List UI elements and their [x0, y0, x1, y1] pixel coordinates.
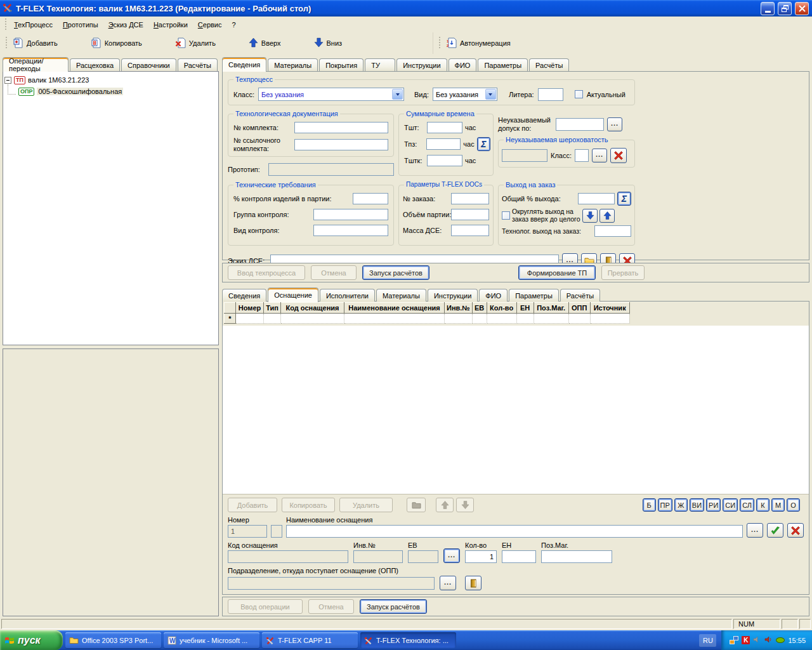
tshtk-input[interactable] [427, 155, 462, 166]
tpz-input[interactable] [426, 138, 461, 150]
op-run-calculations-button[interactable]: Запуск расчётов [360, 599, 427, 614]
set-number-input[interactable] [294, 122, 388, 133]
roughness-class-input[interactable] [575, 149, 589, 162]
col-selector[interactable] [225, 303, 236, 314]
col-naimenovanie[interactable]: Наименование оснащения [344, 303, 445, 314]
menubar-grip[interactable] [4, 18, 7, 31]
toolbar-delete-button[interactable]: Удалить [172, 36, 219, 51]
col-pozmag[interactable]: Поз.Маг. [534, 303, 568, 314]
tp-tab-svedeniya[interactable]: Сведения [222, 57, 266, 72]
chevron-down-icon[interactable] [485, 89, 496, 100]
litera-input[interactable] [538, 88, 563, 101]
output-up-button[interactable] [599, 209, 615, 223]
tp-tab-tu[interactable]: ТУ [365, 58, 395, 71]
type-b-button[interactable]: Б [643, 498, 656, 512]
collapse-icon[interactable] [4, 77, 11, 84]
tooling-name-input[interactable] [286, 525, 743, 538]
dse-mass-input[interactable] [451, 225, 489, 236]
tolerance-input[interactable] [556, 118, 604, 131]
round-output-checkbox[interactable] [502, 211, 510, 220]
toolbar-up-button[interactable]: Вверх [246, 36, 284, 50]
type-si-button[interactable]: СИ [723, 498, 738, 512]
tp-run-calculations-button[interactable]: Запуск расчётов [362, 265, 429, 280]
batch-volume-input[interactable] [451, 209, 489, 220]
type-ri-button[interactable]: РИ [706, 498, 721, 512]
tooling-reject-button[interactable] [787, 523, 804, 538]
taskbar-task-tflex-technology[interactable]: T-FLEX Технология: ... [360, 632, 456, 648]
tab-references[interactable]: Справочники [121, 58, 176, 71]
col-inv[interactable]: Инв.№ [445, 303, 473, 314]
tab-calculations-left[interactable]: Расчёты [178, 58, 218, 71]
op-tab-instrukcii[interactable]: Инструкции [428, 289, 478, 302]
ref-set-input[interactable] [294, 139, 388, 150]
language-indicator[interactable]: RU [699, 634, 716, 647]
tree-operation-label[interactable]: 005-Фаскошлифовальная [37, 88, 123, 95]
output-down-button[interactable] [582, 209, 598, 223]
roughness-browse-button[interactable]: ... [592, 149, 607, 162]
toolbar-copy-button[interactable]: Копировать [88, 36, 145, 51]
tab-operations-transitions[interactable]: Операции/переходы [3, 57, 69, 72]
sum-output-button[interactable]: Σ [617, 192, 631, 206]
tooling-copy-button[interactable]: Копировать [282, 498, 335, 512]
type-o-button[interactable]: О [787, 498, 800, 512]
control-pct-input[interactable] [353, 193, 388, 204]
tolerance-browse-button[interactable]: ... [607, 117, 622, 131]
tooling-folder-button[interactable] [407, 498, 426, 512]
tooling-down-button[interactable] [456, 498, 474, 512]
tooling-accept-button[interactable] [767, 523, 783, 538]
kind-combobox[interactable]: Без указания [433, 88, 497, 101]
qty-input[interactable]: 1 [465, 550, 497, 563]
col-kod[interactable]: Код оснащения [281, 303, 344, 314]
toolbar-down-button[interactable]: Вниз [311, 36, 346, 50]
op-tab-svedeniya[interactable]: Сведения [222, 289, 266, 302]
tab-rascehovka[interactable]: Расцеховка [70, 58, 120, 71]
tooling-name-browse-button[interactable]: ... [747, 523, 763, 538]
tree-operation-node[interactable]: ОПР 005-Фаскошлифовальная [4, 86, 217, 97]
type-k-button[interactable]: К [756, 498, 769, 512]
taskbar-task-tflex-capp[interactable]: T-FLEX CAPP 11 [262, 632, 358, 648]
tsht-input[interactable] [427, 122, 462, 133]
op-tab-fio[interactable]: ФИО [479, 289, 508, 302]
pos-mag-input[interactable] [541, 550, 612, 563]
col-kolvo[interactable]: Кол-во [487, 303, 516, 314]
op-tab-parametry[interactable]: Параметры [509, 289, 559, 302]
close-button[interactable] [795, 2, 809, 15]
tp-tab-instrukcii[interactable]: Инструкции [396, 58, 447, 71]
col-en[interactable]: ЕН [516, 303, 534, 314]
menu-help[interactable]: ? [227, 18, 241, 31]
tooling-new-row[interactable]: * [225, 314, 630, 324]
toolbar-grip[interactable] [4, 37, 8, 50]
tp-tab-parametry[interactable]: Параметры [478, 58, 528, 71]
enter-techprocess-button[interactable]: Ввод техпроцесса [228, 265, 305, 280]
tooling-add-button[interactable]: Добавить [228, 498, 277, 512]
department-browse-button[interactable]: ... [440, 576, 456, 590]
form-tp-button[interactable]: Формирование ТП [518, 265, 596, 280]
chevron-down-icon[interactable] [392, 89, 403, 100]
menu-prototypes[interactable]: Прототипы [58, 18, 103, 31]
tree-root-label[interactable]: валик 1М63.21.223 [28, 76, 89, 84]
network-tray-icon[interactable] [730, 636, 738, 644]
volume-tray-icon[interactable] [764, 635, 773, 645]
en-input[interactable] [502, 550, 536, 563]
minimize-button[interactable] [761, 2, 775, 15]
enter-operation-button[interactable]: Ввод операции [228, 599, 303, 614]
col-tip[interactable]: Тип [264, 303, 281, 314]
tech-output-input[interactable] [594, 225, 631, 237]
tooling-delete-button[interactable]: Удалить [339, 498, 393, 512]
tp-tab-raschety[interactable]: Расчёты [529, 58, 569, 71]
type-m-button[interactable]: М [771, 498, 785, 512]
tp-tab-pokrytiya[interactable]: Покрытия [319, 58, 363, 71]
toolbar-autonumber-button[interactable]: 12 Автонумерация [443, 36, 514, 51]
class-combobox[interactable]: Без указания [258, 88, 404, 101]
type-zh-button[interactable]: Ж [674, 498, 688, 512]
menu-service[interactable]: Сервис [193, 18, 227, 31]
op-tab-materialy[interactable]: Материалы [376, 289, 426, 302]
type-sl-button[interactable]: СЛ [740, 498, 754, 512]
type-vi-button[interactable]: ВИ [690, 498, 704, 512]
antivirus-tray-icon[interactable]: K [742, 636, 750, 644]
control-group-input[interactable] [313, 209, 388, 220]
type-pr-button[interactable]: ПР [658, 498, 672, 512]
toolbar-grip-2[interactable] [438, 37, 441, 50]
start-button[interactable]: пуск [0, 630, 63, 650]
taskbar-task-office[interactable]: Office 2003 SP3 Port... [65, 632, 161, 648]
